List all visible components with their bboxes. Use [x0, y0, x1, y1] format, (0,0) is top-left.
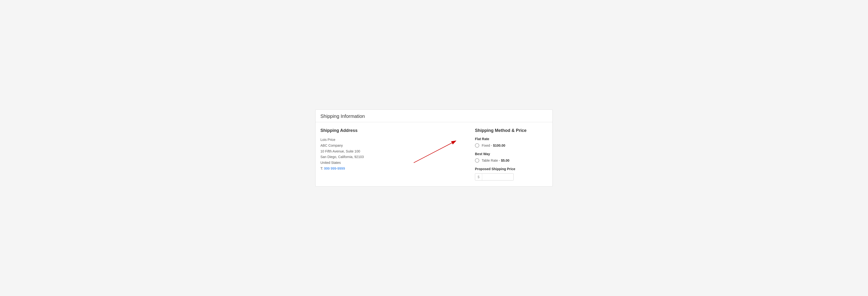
shipping-information-card: Shipping Information Shipping Address Lo… [315, 109, 553, 187]
best-way-option[interactable]: Table Rate - $5.00 [475, 158, 548, 163]
price-prefix: $ [475, 173, 482, 180]
flat-rate-group: Flat Rate Fixed - $100.00 [475, 137, 548, 147]
address-country: United States [320, 160, 456, 166]
phone-label: T: [320, 166, 323, 170]
shipping-address-section: Shipping Address Lois Price ABC Company … [320, 128, 465, 180]
shipping-method-section: Shipping Method & Price Flat Rate Fixed … [465, 128, 548, 180]
phone-number-link[interactable]: 999 999-9999 [324, 166, 345, 170]
address-phone: T: 999 999-9999 [320, 166, 456, 172]
card-header: Shipping Information [316, 110, 552, 122]
best-way-label: Table Rate - $5.00 [482, 159, 509, 162]
proposed-price-title: Proposed Shipping Price [475, 167, 548, 171]
flat-rate-radio[interactable] [475, 143, 479, 147]
shipping-address-title: Shipping Address [320, 128, 456, 133]
shipping-method-title: Shipping Method & Price [475, 128, 548, 133]
address-name: Lois Price [320, 137, 456, 143]
best-way-group-title: Best Way [475, 152, 548, 156]
address-city-state-zip: San Diego, California, 92103 [320, 154, 456, 160]
card-body: Shipping Address Lois Price ABC Company … [316, 122, 552, 186]
proposed-price-input-wrapper: $ [475, 173, 514, 180]
flat-rate-option[interactable]: Fixed - $100.00 [475, 143, 548, 147]
proposed-price-section: Proposed Shipping Price $ [475, 167, 548, 180]
best-way-group: Best Way Table Rate - $5.00 [475, 152, 548, 163]
proposed-price-input[interactable] [482, 173, 514, 180]
address-street: 10 Fifth Avenue, Suite 100 [320, 149, 456, 155]
flat-rate-group-title: Flat Rate [475, 137, 548, 141]
card-title: Shipping Information [320, 113, 548, 119]
flat-rate-label: Fixed - $100.00 [482, 143, 505, 147]
address-company: ABC Company [320, 143, 456, 149]
best-way-radio[interactable] [475, 158, 479, 163]
